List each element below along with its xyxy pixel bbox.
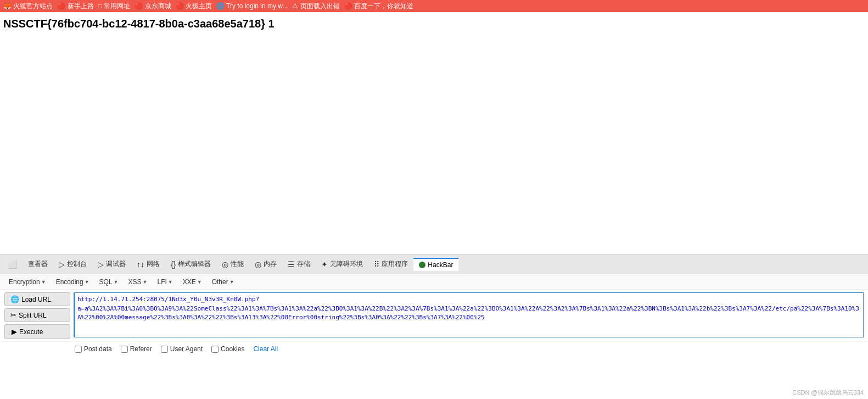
split-url-label: Split URL	[19, 312, 47, 319]
referer-label: Referer	[130, 345, 152, 353]
menu-sql-label: SQL	[99, 278, 113, 286]
useragent-label: User Agent	[170, 345, 203, 353]
style-icon: {}	[171, 260, 176, 269]
devtools-inspector-icon[interactable]: ⬜	[2, 258, 23, 271]
split-icon: ✂	[10, 311, 16, 319]
load-icon: 🌐	[10, 295, 19, 303]
menu-xxe[interactable]: XXE ▼	[178, 276, 206, 287]
network-icon: ↑↓	[137, 260, 144, 269]
toolbar-item-1[interactable]: 🔴 新手上路	[57, 2, 93, 11]
menu-encoding[interactable]: Encoding ▼	[52, 276, 94, 287]
tab-accessibility-label: 无障碍环境	[330, 259, 363, 269]
lfi-arrow-icon: ▼	[168, 279, 173, 285]
tab-memory-label: 内存	[264, 259, 277, 269]
inspector-icon: ⬜	[8, 260, 17, 269]
hackbar-content: Encryption ▼ Encoding ▼ SQL ▼ XSS ▼ LFI …	[0, 274, 868, 356]
devtools-panel: ⬜ 查看器 ▷ 控制台 ▷ 调试器 ↑↓ 网络 {} 样式编辑器 ◎ 性能 ◎ …	[0, 254, 868, 356]
menu-other[interactable]: Other ▼	[208, 276, 239, 287]
tab-hackbar[interactable]: HackBar	[413, 258, 458, 271]
storage-icon: ☰	[288, 260, 295, 269]
referer-checkbox-label[interactable]: Referer	[121, 345, 152, 353]
xss-arrow-icon: ▼	[143, 279, 148, 285]
page-content: NSSCTF{76fbc704-bc12-4817-8b0a-c3aa68e5a…	[0, 12, 868, 254]
tab-network-label: 网络	[147, 259, 160, 269]
cookies-checkbox[interactable]	[211, 346, 219, 353]
tab-memory[interactable]: ◎ 内存	[249, 257, 282, 271]
postdata-label: Post data	[84, 345, 112, 353]
other-arrow-icon: ▼	[229, 279, 234, 285]
menu-xss[interactable]: XSS ▼	[124, 276, 152, 287]
tab-performance[interactable]: ◎ 性能	[216, 257, 249, 271]
tab-storage-label: 存储	[297, 259, 310, 269]
clear-all-button[interactable]: Clear All	[253, 345, 278, 353]
menu-xss-label: XSS	[128, 278, 142, 286]
application-icon: ⠿	[374, 260, 379, 269]
postdata-checkbox[interactable]	[75, 346, 82, 353]
tab-performance-label: 性能	[231, 259, 244, 269]
toolbar-item-6[interactable]: ⚠ 页面载入出错	[292, 2, 339, 11]
menu-xxe-label: XXE	[183, 278, 196, 286]
execute-icon: ▶	[12, 328, 17, 336]
menu-encoding-label: Encoding	[56, 278, 83, 286]
execute-label: Execute	[19, 328, 43, 336]
menu-other-label: Other	[212, 278, 228, 286]
browser-toolbar: 🦊 火狐官方站点 🔴 新手上路 □ 常用网址 🔴 京东商城 🔴 火狐主页 🌐 T…	[0, 0, 868, 12]
memory-icon: ◎	[255, 260, 261, 269]
xxe-arrow-icon: ▼	[197, 279, 202, 285]
console-icon: ▷	[59, 260, 65, 269]
toolbar-item-4[interactable]: 🔴 火狐主页	[176, 2, 212, 11]
menu-lfi-label: LFI	[157, 278, 166, 286]
cookies-label: Cookies	[221, 345, 244, 353]
tab-inspector-label: 查看器	[28, 259, 48, 269]
toolbar-item-3[interactable]: 🔴 京东商城	[135, 2, 171, 11]
tab-debugger-label: 调试器	[106, 259, 126, 269]
menu-encryption-label: Encryption	[9, 278, 40, 286]
accessibility-icon: ✦	[321, 260, 328, 269]
perf-icon: ◎	[222, 260, 228, 269]
toolbar-item-2[interactable]: □ 常用网址	[98, 2, 131, 11]
postdata-checkbox-label[interactable]: Post data	[75, 345, 112, 353]
tab-network[interactable]: ↑↓ 网络	[131, 257, 165, 271]
encryption-arrow-icon: ▼	[41, 279, 46, 285]
tab-accessibility[interactable]: ✦ 无障碍环境	[316, 257, 368, 271]
menu-lfi[interactable]: LFI ▼	[153, 276, 177, 287]
debugger-icon: ▷	[98, 260, 104, 269]
tab-console-label: 控制台	[67, 259, 87, 269]
execute-button[interactable]: ▶ Execute	[4, 324, 70, 339]
tab-console[interactable]: ▷ 控制台	[53, 257, 92, 271]
page-title: NSSCTF{76fbc704-bc12-4817-8b0a-c3aa68e5a…	[3, 18, 865, 30]
url-input[interactable]	[74, 292, 864, 337]
tab-inspector[interactable]: 查看器	[23, 257, 53, 271]
devtools-tabs: ⬜ 查看器 ▷ 控制台 ▷ 调试器 ↑↓ 网络 {} 样式编辑器 ◎ 性能 ◎ …	[0, 254, 868, 274]
hackbar-btn-group: 🌐 Load URL ✂ Split URL ▶ Execute	[4, 292, 70, 339]
cookies-checkbox-label[interactable]: Cookies	[211, 345, 244, 353]
tab-style-label: 样式编辑器	[178, 259, 211, 269]
hackbar-bottom: Post data Referer User Agent Cookies Cle…	[0, 341, 868, 356]
tab-style-editor[interactable]: {} 样式编辑器	[165, 257, 216, 271]
tab-debugger[interactable]: ▷ 调试器	[92, 257, 131, 271]
hackbar-menubar: Encryption ▼ Encoding ▼ SQL ▼ XSS ▼ LFI …	[0, 274, 868, 290]
toolbar-item-5[interactable]: 🌐 Try to login in my w...	[216, 2, 288, 10]
useragent-checkbox[interactable]	[161, 346, 168, 353]
useragent-checkbox-label[interactable]: User Agent	[161, 345, 203, 353]
sql-arrow-icon: ▼	[114, 279, 119, 285]
load-url-label: Load URL	[21, 296, 51, 303]
hackbar-url-row: 🌐 Load URL ✂ Split URL ▶ Execute	[0, 290, 868, 341]
toolbar-item-0[interactable]: 🦊 火狐官方站点	[3, 2, 53, 11]
tab-application-label: 应用程序	[382, 259, 408, 269]
split-url-button[interactable]: ✂ Split URL	[4, 308, 70, 322]
hackbar-dot-icon	[419, 262, 425, 268]
encoding-arrow-icon: ▼	[85, 279, 89, 285]
toolbar-item-7[interactable]: 🔴 百度一下，你就知道	[344, 2, 413, 11]
menu-sql[interactable]: SQL ▼	[95, 276, 123, 287]
tab-hackbar-label: HackBar	[428, 261, 453, 269]
tab-storage[interactable]: ☰ 存储	[282, 257, 316, 271]
load-url-button[interactable]: 🌐 Load URL	[4, 292, 70, 306]
tab-application[interactable]: ⠿ 应用程序	[368, 257, 413, 271]
referer-checkbox[interactable]	[121, 346, 128, 353]
menu-encryption[interactable]: Encryption ▼	[4, 276, 51, 287]
